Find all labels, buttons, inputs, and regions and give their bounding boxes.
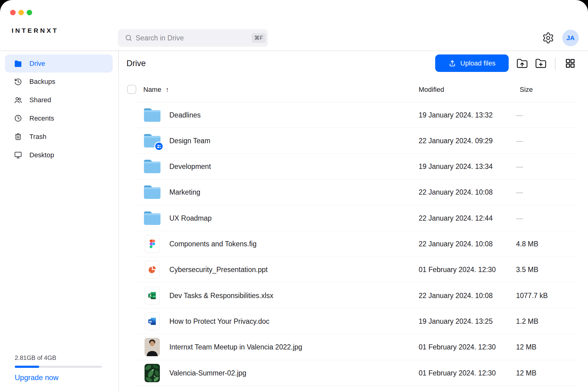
row-name: Valencia-Summer-02.jpg bbox=[169, 369, 246, 377]
photo-leaves-icon bbox=[143, 364, 162, 383]
upload-files-label: Upload files bbox=[460, 59, 496, 67]
row-size: 4.8 MB bbox=[516, 240, 538, 248]
zoom-window-button[interactable] bbox=[27, 10, 32, 15]
table-row[interactable]: Design Team22 January 2024. 09:29— bbox=[136, 128, 577, 154]
row-modified: 19 January 2024. 13:34 bbox=[419, 162, 493, 171]
row-modified: 22 January 2024. 10:08 bbox=[419, 291, 493, 300]
column-header-modified[interactable]: Modified bbox=[419, 86, 444, 94]
folder-icon bbox=[143, 183, 162, 202]
row-modified: 01 February 2024. 12:30 bbox=[419, 343, 496, 351]
row-name: Dev Tasks & Responsibilities.xlsx bbox=[169, 291, 273, 300]
row-modified: 19 January 2024. 13:32 bbox=[419, 111, 493, 119]
table-row[interactable]: Valencia-Summer-02.jpg01 February 2024. … bbox=[136, 360, 577, 386]
sidebar-item-label: Desktop bbox=[29, 151, 54, 159]
sidebar-item-label: Drive bbox=[29, 60, 45, 68]
storage-widget: 2.81GB of 4GB Upgrade now bbox=[15, 354, 104, 382]
row-size: 12 MB bbox=[516, 369, 536, 377]
select-all-checkbox[interactable] bbox=[127, 85, 136, 94]
clock-icon bbox=[14, 114, 22, 122]
upgrade-now-link[interactable]: Upgrade now bbox=[15, 373, 58, 382]
settings-button[interactable] bbox=[542, 32, 554, 44]
row-modified: 01 February 2024. 12:30 bbox=[419, 369, 496, 377]
new-folder-button[interactable] bbox=[535, 58, 547, 69]
gear-icon bbox=[542, 32, 554, 44]
grid-view-button[interactable] bbox=[564, 58, 576, 69]
table-row[interactable]: Development19 January 2024. 13:34— bbox=[136, 154, 577, 180]
search-shortcut-badge: ⌘F bbox=[251, 33, 266, 43]
sidebar-item-label: Shared bbox=[29, 96, 51, 104]
row-modified: 22 January 2024. 10:08 bbox=[419, 240, 493, 248]
row-modified: 22 January 2024. 09:29 bbox=[419, 136, 493, 145]
row-size: 1077.7 kB bbox=[516, 291, 548, 300]
row-size: 1.2 MB bbox=[516, 317, 538, 325]
table-row[interactable]: Deadlines19 January 2024. 13:32— bbox=[136, 102, 577, 128]
table-row[interactable]: Components and Tokens.fig22 January 2024… bbox=[136, 231, 577, 257]
upload-files-button[interactable]: Upload files bbox=[435, 54, 509, 72]
upload-folder-button[interactable] bbox=[516, 58, 528, 69]
row-name: UX Roadmap bbox=[169, 214, 212, 222]
sidebar-item-desktop[interactable]: Desktop bbox=[5, 146, 113, 164]
column-header-size[interactable]: Size bbox=[520, 86, 533, 94]
row-name: Deadlines bbox=[169, 111, 201, 119]
sidebar-item-label: Backups bbox=[29, 78, 55, 86]
row-modified: 22 January 2024. 12:44 bbox=[419, 214, 493, 222]
row-size: — bbox=[516, 214, 523, 222]
word-icon: W bbox=[143, 312, 162, 331]
storage-usage-text: 2.81GB of 4GB bbox=[15, 354, 104, 361]
photo-portrait-icon bbox=[143, 338, 162, 357]
sidebar-item-trash[interactable]: Trash bbox=[5, 128, 113, 146]
row-name: Cybersecurity_Presentation.ppt bbox=[169, 266, 268, 274]
history-icon bbox=[14, 78, 22, 86]
powerpoint-icon bbox=[143, 260, 162, 279]
page-title: Drive bbox=[126, 59, 146, 68]
folder-upload-icon bbox=[516, 58, 528, 69]
sidebar-item-drive[interactable]: Drive bbox=[5, 54, 113, 73]
row-size: — bbox=[516, 188, 523, 196]
table-row[interactable]: Internxt Team Meetup in Valencia 2022.jp… bbox=[136, 334, 577, 360]
folder-shared-icon bbox=[143, 131, 162, 150]
sidebar-item-backups[interactable]: Backups bbox=[5, 73, 113, 91]
upload-icon bbox=[448, 59, 456, 67]
row-size: — bbox=[516, 162, 523, 171]
sidebar-divider bbox=[118, 51, 119, 392]
sidebar-item-label: Recents bbox=[29, 114, 54, 122]
table-row[interactable]: Cybersecurity_Presentation.ppt01 Februar… bbox=[136, 257, 577, 283]
row-modified: 19 January 2024. 13:25 bbox=[419, 317, 493, 325]
header-divider bbox=[0, 50, 588, 51]
folder-icon bbox=[14, 60, 22, 68]
row-size: — bbox=[516, 111, 523, 119]
figma-icon bbox=[143, 234, 162, 253]
shared-folder-badge bbox=[154, 142, 164, 151]
table-row[interactable]: Marketing22 January 2024. 10:08— bbox=[136, 180, 577, 205]
row-size: 12 MB bbox=[516, 343, 536, 351]
table-row[interactable]: XDev Tasks & Responsibilities.xlsx22 Jan… bbox=[136, 283, 577, 308]
sidebar-item-label: Trash bbox=[29, 133, 46, 141]
account-avatar[interactable]: JA bbox=[562, 30, 579, 46]
minimize-window-button[interactable] bbox=[18, 10, 24, 15]
monitor-icon bbox=[14, 151, 22, 159]
close-window-button[interactable] bbox=[10, 10, 16, 15]
storage-progress-bar bbox=[15, 366, 102, 368]
folder-icon bbox=[143, 157, 162, 176]
row-size: 3.5 MB bbox=[516, 266, 538, 274]
trash-icon bbox=[14, 133, 22, 141]
table-row[interactable]: WHow to Protect Your Privacy.doc19 Janua… bbox=[136, 308, 577, 334]
grid-view-icon bbox=[565, 58, 576, 69]
row-modified: 01 February 2024. 12:30 bbox=[419, 266, 496, 274]
app-window: INTERNXT ⌘F JA DriveBackupsSharedRecents… bbox=[0, 0, 588, 392]
people-icon bbox=[14, 96, 22, 104]
search-input[interactable] bbox=[136, 29, 240, 47]
search-box[interactable]: ⌘F bbox=[118, 29, 268, 47]
storage-progress-fill bbox=[15, 366, 39, 368]
row-name: Components and Tokens.fig bbox=[169, 240, 257, 248]
folder-icon bbox=[143, 106, 162, 125]
sidebar-item-shared[interactable]: Shared bbox=[5, 91, 113, 109]
svg-text:W: W bbox=[149, 320, 152, 323]
sidebar-item-recents[interactable]: Recents bbox=[5, 109, 113, 127]
row-name: How to Protect Your Privacy.doc bbox=[169, 317, 270, 325]
row-name: Marketing bbox=[169, 188, 200, 196]
row-name: Internxt Team Meetup in Valencia 2022.jp… bbox=[169, 343, 302, 351]
column-header-name[interactable]: Name↑ bbox=[143, 86, 169, 94]
table-row[interactable]: UX Roadmap22 January 2024. 12:44— bbox=[136, 205, 577, 231]
excel-icon: X bbox=[143, 286, 162, 305]
